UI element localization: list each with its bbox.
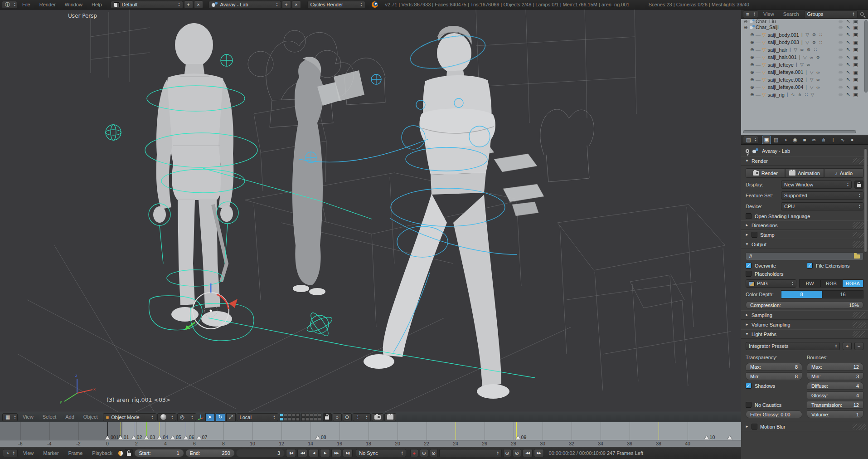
manipulator-axis-icon[interactable] xyxy=(197,414,204,421)
timeline-marker[interactable]: 01 xyxy=(118,435,129,439)
properties-tab[interactable]: ◑ xyxy=(781,136,790,144)
cursor-icon[interactable]: ↖ xyxy=(846,92,850,98)
light-paths-section-header[interactable]: ▼ Light Paths xyxy=(741,329,868,339)
glossy-bounces-field[interactable]: Glossy:4 xyxy=(807,391,863,399)
expand-icon[interactable]: ⊕ xyxy=(750,85,756,90)
overwrite-checkbox[interactable] xyxy=(746,263,752,269)
render-section-header[interactable]: ▼ Render xyxy=(741,156,868,166)
outliner-item[interactable]: ⊕ — ▽ saiji_hair.001 | ▽ ∞ ⚙ ↖▣ xyxy=(741,54,868,61)
next-keyframe-button[interactable]: ▶▶ xyxy=(331,449,341,457)
expand-icon[interactable]: ⊕ xyxy=(750,77,756,82)
editor-type-selector[interactable]: ▦ xyxy=(2,413,18,421)
outliner-item[interactable]: ⊕ — ▽ saiji_hair | ▽ ∞ ⚙ ∷ ↖▣ xyxy=(741,46,868,54)
menu-tl-playback[interactable]: Playback xyxy=(88,449,116,458)
render-audio-button[interactable]: ♪Audio xyxy=(824,168,863,178)
timeline-marker[interactable]: 02 xyxy=(131,435,142,439)
outliner-item[interactable]: ⊕ — ▽ saiji_rig | ∿ ⋔ ∷ ▽ ↖▣ xyxy=(741,91,868,99)
file-format-dropdown[interactable]: PNG xyxy=(746,279,796,288)
cursor-icon[interactable]: ↖ xyxy=(846,47,850,53)
next-marker-button[interactable]: ▶▶ xyxy=(534,449,544,457)
cursor-icon[interactable]: ↖ xyxy=(846,69,850,75)
preview-range-icon[interactable] xyxy=(118,450,123,456)
outliner-display-filter[interactable]: Groups xyxy=(804,10,858,18)
outliner-vertical-scrollbar[interactable] xyxy=(864,20,868,93)
collapse-icon[interactable]: ⊖ xyxy=(744,25,749,30)
layer-grid-2[interactable] xyxy=(301,413,321,421)
menu-help[interactable]: Help xyxy=(87,0,106,10)
3d-viewport[interactable]: x y z User Persp (3) aren_rig.001 <03> xyxy=(0,10,741,412)
outliner-editor-selector[interactable]: ≡ xyxy=(743,10,758,18)
timeline-ruler[interactable] xyxy=(0,440,741,447)
shadows-checkbox[interactable] xyxy=(746,383,752,389)
properties-tab[interactable]: ◉ xyxy=(791,136,799,144)
timeline-marker[interactable]: 05 xyxy=(170,435,181,439)
prev-marker-button[interactable]: ◀◀ xyxy=(523,449,533,457)
cursor-icon[interactable]: ↖ xyxy=(846,62,850,68)
color-depth-16-button[interactable]: 16 xyxy=(822,290,863,298)
compression-slider[interactable]: Compression: 15% xyxy=(746,301,863,309)
remove-preset-button[interactable]: − xyxy=(854,342,863,350)
jump-to-end-button[interactable]: ▶▮ xyxy=(343,449,353,457)
cursor-icon[interactable]: ↖ xyxy=(846,24,850,30)
outliner-item[interactable]: ⊕ — ▽ saiji_lefteye | ▽ ∞ ↖▣ xyxy=(741,61,868,69)
timeline-marker[interactable]: 10 xyxy=(704,435,715,439)
timeline[interactable]: 0010 01 02 03 04 05 06 07 08 09 10 -6-4-… xyxy=(0,422,741,447)
snap-toggle-button[interactable]: Ω xyxy=(343,413,352,421)
keying-icon-b[interactable]: ⊘ xyxy=(430,449,438,457)
menu-add[interactable]: Add xyxy=(61,412,78,422)
delete-keyframe-button[interactable]: ⊘ xyxy=(513,449,521,457)
timeline-marker[interactable]: 04 xyxy=(157,435,168,439)
transparency-max-field[interactable]: Max:8 xyxy=(746,363,802,371)
camera-restrict-icon[interactable]: ▣ xyxy=(853,92,858,98)
outliner-item-parent[interactable]: ⊖ Char_Saiji ↖▣ xyxy=(741,24,868,31)
record-button[interactable]: ● xyxy=(410,449,418,457)
expand-icon[interactable]: ⊕ xyxy=(750,62,756,67)
timeline-marker[interactable]: 03 xyxy=(144,435,155,439)
sampling-section-header[interactable]: ► Sampling xyxy=(741,310,868,320)
jump-to-start-button[interactable]: ▮◀ xyxy=(286,449,296,457)
menu-tl-frame[interactable]: Frame xyxy=(64,449,87,458)
layer-grid-1[interactable] xyxy=(280,413,300,421)
camera-restrict-icon[interactable]: ▣ xyxy=(853,54,858,60)
expand-icon[interactable]: ⊕ xyxy=(750,92,756,97)
expand-icon[interactable]: ⊕ xyxy=(750,32,756,37)
outliner-menu-view[interactable]: View xyxy=(759,10,778,19)
cursor-icon[interactable]: ↖ xyxy=(846,54,850,60)
feature-set-dropdown[interactable]: Supported xyxy=(781,191,863,200)
camera-restrict-icon[interactable]: ▣ xyxy=(853,39,858,45)
current-frame-field[interactable]: 3 xyxy=(236,449,285,457)
proportional-edit-button[interactable]: ○ xyxy=(333,413,342,421)
camera-restrict-icon[interactable]: ▣ xyxy=(853,47,858,53)
add-layout-button[interactable]: + xyxy=(184,0,193,9)
timeline-marker[interactable]: 07 xyxy=(197,435,208,439)
cursor-icon[interactable]: ↖ xyxy=(846,19,850,24)
menu-tl-view[interactable]: View xyxy=(19,449,38,458)
bounces-min-field[interactable]: Min:3 xyxy=(807,372,863,380)
cursor-icon[interactable]: ↖ xyxy=(846,77,850,83)
expand-icon[interactable]: ⊕ xyxy=(750,70,756,75)
render-opengl-animation-button[interactable] xyxy=(384,413,396,421)
camera-restrict-icon[interactable]: ▣ xyxy=(853,62,858,68)
properties-tab[interactable]: ▣ xyxy=(762,136,771,144)
viewport-shading-selector[interactable] xyxy=(157,413,176,421)
lock-time-button[interactable] xyxy=(125,449,133,457)
properties-tab[interactable]: ∞ xyxy=(810,136,818,144)
filter-glossy-slider[interactable]: Filter Glossy: 0.00 xyxy=(746,410,802,418)
bounces-max-field[interactable]: Max:12 xyxy=(807,363,863,371)
insert-keyframe-button[interactable]: ⊙ xyxy=(503,449,511,457)
transform-orientation-selector[interactable]: Local xyxy=(237,413,278,421)
no-caustics-checkbox[interactable] xyxy=(746,402,752,408)
outliner-item-clipped[interactable]: ⊖ Char_Liu ↖▣ xyxy=(741,19,868,24)
menu-view[interactable]: View xyxy=(19,412,38,422)
timeline-editor-selector[interactable]: ◔ xyxy=(3,449,18,457)
osl-checkbox[interactable] xyxy=(746,213,752,219)
display-mode-dropdown[interactable]: New Window xyxy=(781,181,852,189)
camera-restrict-icon[interactable]: ▣ xyxy=(853,32,858,38)
outliner-item[interactable]: ⊕ — ▽ saiji_lefteye.001 | ▽ ∞ ↖▣ xyxy=(741,68,868,76)
menu-render[interactable]: Render xyxy=(35,0,60,10)
timeline-marker[interactable]: 09 xyxy=(516,435,527,439)
lock-interface-button[interactable] xyxy=(854,181,863,189)
expand-icon[interactable]: ⊕ xyxy=(750,40,756,45)
device-dropdown[interactable]: CPU xyxy=(781,202,863,210)
outliner-item[interactable]: ⊕ — ▽ saiji_lefteye.002 | ▽ ∞ ↖▣ xyxy=(741,76,868,84)
